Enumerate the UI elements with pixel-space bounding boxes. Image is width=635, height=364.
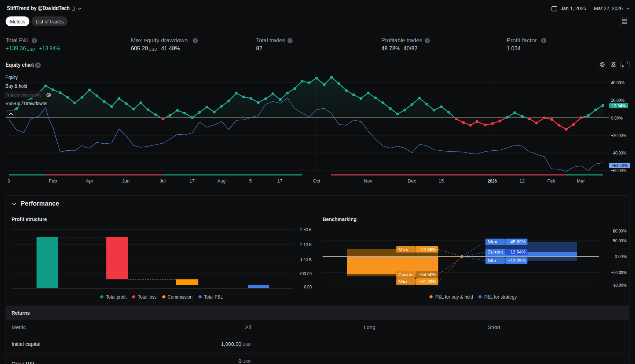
svg-text:Mar: Mar xyxy=(577,178,585,184)
svg-text:Total P&L: Total P&L xyxy=(204,294,223,300)
svg-text:20.00%: 20.00% xyxy=(611,98,625,103)
svg-text:−60.00%: −60.00% xyxy=(611,168,626,173)
svg-text:2.80 K: 2.80 K xyxy=(300,227,312,232)
svg-text:?: ? xyxy=(37,63,39,67)
svg-text:12: 12 xyxy=(519,178,524,184)
svg-text:P&L for strategy: P&L for strategy xyxy=(484,294,517,300)
svg-text:−54.50%: −54.50% xyxy=(612,163,628,168)
svg-text:8: 8 xyxy=(7,178,10,184)
svg-text:22.39%: 22.39% xyxy=(421,247,436,252)
svg-text:Nov: Nov xyxy=(364,178,372,184)
svg-text:Feb: Feb xyxy=(49,178,57,184)
svg-text:Current: Current xyxy=(398,272,414,277)
svg-text:Total loss: Total loss xyxy=(138,294,156,300)
svg-text:50.00%: 50.00% xyxy=(613,238,627,243)
svg-text:−13.25%: −13.25% xyxy=(508,258,525,263)
svg-text:−90.00%: −90.00% xyxy=(611,283,627,288)
svg-text:−50.00%: −50.00% xyxy=(611,270,627,275)
svg-text:Apr: Apr xyxy=(86,178,93,184)
svg-text:45.89%: 45.89% xyxy=(510,239,525,244)
svg-text:2026: 2026 xyxy=(488,178,497,184)
svg-text:Min: Min xyxy=(488,258,496,263)
svg-text:−40.00%: −40.00% xyxy=(611,151,626,156)
svg-text:17: 17 xyxy=(189,178,195,184)
svg-text:−61.78%: −61.78% xyxy=(419,279,436,284)
svg-text:13.94%: 13.94% xyxy=(612,104,626,108)
svg-text:Commission: Commission xyxy=(168,294,192,300)
svg-text:Aug: Aug xyxy=(217,178,226,184)
svg-text:Jun: Jun xyxy=(122,178,130,184)
svg-text:Jul: Jul xyxy=(160,178,165,184)
svg-text:13.94%: 13.94% xyxy=(510,249,525,255)
svg-text:Total profit: Total profit xyxy=(106,294,127,300)
svg-text:0.00: 0.00 xyxy=(304,285,312,290)
svg-text:0.00%: 0.00% xyxy=(611,116,623,121)
svg-text:17: 17 xyxy=(277,178,282,184)
svg-text:Feb: Feb xyxy=(547,178,555,184)
svg-text:Max: Max xyxy=(398,247,408,252)
svg-text:Max: Max xyxy=(488,239,498,244)
svg-text:P&L for buy & hold: P&L for buy & hold xyxy=(435,294,473,300)
svg-text:1.40 K: 1.40 K xyxy=(300,257,312,262)
svg-text:15: 15 xyxy=(438,178,444,184)
svg-text:Min: Min xyxy=(398,279,407,284)
svg-text:Dec: Dec xyxy=(408,178,416,184)
svg-text:5: 5 xyxy=(249,178,252,184)
svg-text:Oct: Oct xyxy=(313,178,320,184)
svg-text:2.10 K: 2.10 K xyxy=(300,242,312,247)
svg-text:80.00%: 80.00% xyxy=(613,229,627,234)
svg-text:0.00%: 0.00% xyxy=(615,254,627,259)
svg-text:−54.50%: −54.50% xyxy=(419,272,436,277)
svg-text:−20.00%: −20.00% xyxy=(611,133,626,138)
svg-text:Current: Current xyxy=(488,249,503,255)
svg-text:40.00%: 40.00% xyxy=(611,80,625,85)
svg-text:700.00: 700.00 xyxy=(299,271,312,276)
